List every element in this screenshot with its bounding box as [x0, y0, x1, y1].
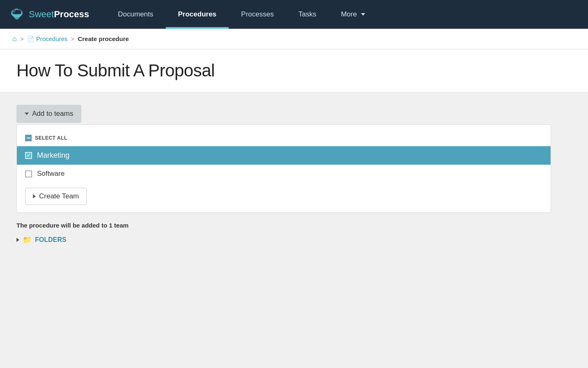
checkmark-icon: ✓ [27, 153, 30, 158]
nav-more[interactable]: More [329, 0, 377, 29]
breadcrumb-sep-1: > [20, 35, 24, 42]
folders-link[interactable]: 📁 FOLDERS [16, 235, 572, 244]
nav-procedures[interactable]: Procedures [166, 0, 229, 29]
select-all-label: SELECT ALL [35, 135, 67, 141]
nav-processes[interactable]: Processes [229, 0, 286, 29]
marketing-checkbox[interactable]: ✓ [25, 152, 32, 159]
folders-chevron-icon [16, 238, 19, 242]
teams-dropdown: SELECT ALL ✓ Marketing Software Create T… [16, 124, 551, 213]
svg-point-2 [13, 11, 15, 12]
title-area: How To Submit A Proposal [0, 49, 588, 92]
nav-documents[interactable]: Documents [106, 0, 166, 29]
team-item-marketing[interactable]: ✓ Marketing [17, 146, 551, 165]
procedures-doc-icon: 📄 [27, 36, 34, 42]
chevron-right-icon [33, 194, 36, 198]
breadcrumb: ⌂ > 📄 Procedures > Create procedure [0, 29, 588, 49]
breadcrumb-current: Create procedure [78, 35, 129, 42]
add-to-teams-button[interactable]: Add to teams [16, 105, 81, 123]
minus-icon [27, 138, 30, 138]
nav-items: Documents Procedures Processes Tasks Mor… [106, 0, 580, 29]
software-label: Software [37, 170, 65, 178]
select-all-row[interactable]: SELECT ALL [17, 131, 551, 146]
chevron-down-icon [361, 13, 365, 16]
software-checkbox[interactable] [25, 170, 32, 177]
marketing-label: Marketing [37, 151, 69, 160]
brand-sweet: Sweet [29, 9, 54, 20]
team-item-software[interactable]: Software [17, 165, 551, 183]
breadcrumb-sep-2: > [71, 35, 74, 42]
brand-icon [8, 6, 25, 23]
nav-tasks[interactable]: Tasks [286, 0, 329, 29]
navbar: SweetProcess Documents Procedures Proces… [0, 0, 588, 29]
select-all-checkbox[interactable] [25, 135, 32, 141]
content-area: Add to teams SELECT ALL ✓ Marketing [0, 92, 588, 257]
chevron-down-icon [25, 113, 29, 115]
create-team-button[interactable]: Create Team [25, 188, 87, 205]
folder-icon: 📁 [23, 235, 32, 244]
procedure-team-info: The procedure will be added to 1 team [16, 222, 572, 229]
home-icon[interactable]: ⌂ [12, 34, 17, 43]
brand-process: Process [54, 9, 89, 20]
breadcrumb-procedures-link[interactable]: 📄 Procedures [27, 35, 68, 42]
main-content: How To Submit A Proposal Add to teams SE… [0, 49, 588, 257]
page-title: How To Submit A Proposal [16, 61, 572, 80]
brand[interactable]: SweetProcess [8, 6, 89, 23]
